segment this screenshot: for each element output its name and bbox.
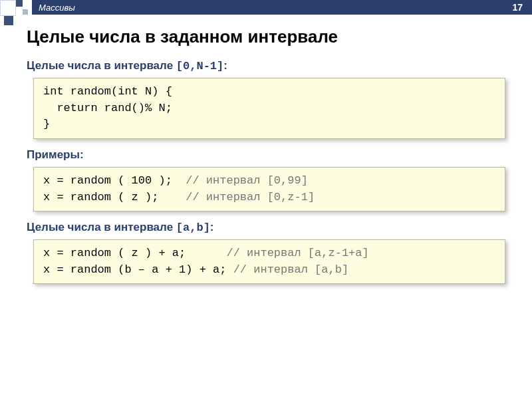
subhead-range: [0,N-1] xyxy=(176,60,223,72)
code-line: } xyxy=(43,118,50,130)
code-block-interval-ab: x = random ( z ) + a; // интервал [a,z-1… xyxy=(33,239,505,284)
subhead-text: Целые числа в интервале xyxy=(27,59,176,72)
code-line: x = random ( z ) + a; xyxy=(43,247,226,259)
code-block-examples: x = random ( 100 ); // интервал [0,99] x… xyxy=(33,167,505,211)
code-comment: // интервал [a,z-1+a] xyxy=(226,247,368,259)
page-number: 17 xyxy=(512,2,523,13)
slide-content: Целые числа в заданном интервале Целые ч… xyxy=(0,20,532,307)
subhead-examples: Примеры: xyxy=(27,148,505,162)
code-line: x = random ( 100 ); xyxy=(43,174,186,187)
subhead-colon: : xyxy=(210,221,214,233)
code-line: x = random ( z ); xyxy=(43,191,186,203)
subhead-colon: : xyxy=(223,59,227,72)
subhead-range: [a,b] xyxy=(176,221,210,234)
topbar: Массивы 17 xyxy=(32,0,532,15)
code-comment: // интервал [0,z-1] xyxy=(186,191,315,203)
code-line: return rand()% N; xyxy=(43,102,172,114)
code-comment: // интервал [0,99] xyxy=(186,174,308,187)
subhead-interval-0-n1: Целые числа в интервале [0,N-1]: xyxy=(27,59,505,72)
code-block-random-def: int random(int N) { return rand()% N; } xyxy=(33,78,505,139)
code-comment: // интервал [a,b] xyxy=(233,263,348,276)
subhead-interval-a-b: Целые числа в интервале [a,b]: xyxy=(27,221,505,234)
section-label: Массивы xyxy=(39,3,75,13)
code-line: int random(int N) { xyxy=(43,85,172,98)
slide-title: Целые числа в заданном интервале xyxy=(27,27,505,47)
subhead-text: Целые числа в интервале xyxy=(27,221,176,233)
code-line: x = random (b – a + 1) + a; xyxy=(43,263,233,276)
